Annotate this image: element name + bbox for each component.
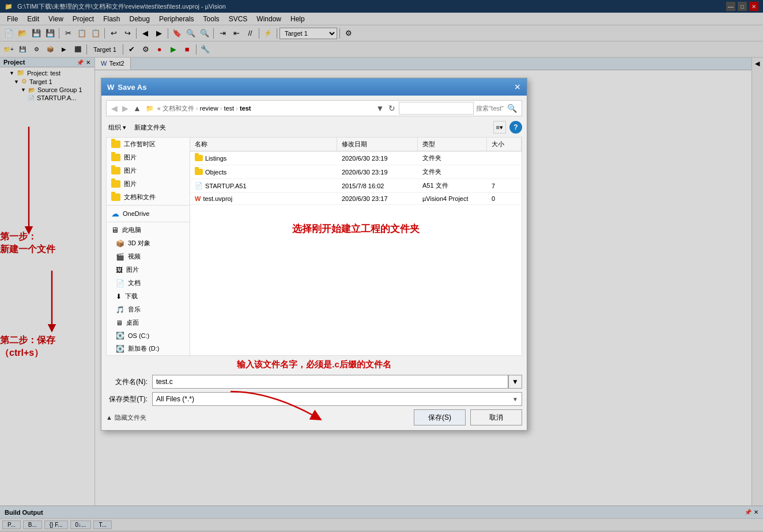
sidebar-item-drive-d[interactable]: 💽 新加卷 (D:) bbox=[107, 342, 190, 355]
cell-listings-size bbox=[487, 151, 522, 165]
col-date[interactable]: 修改日期 bbox=[337, 138, 418, 151]
sidebar-item-osc[interactable]: 💽 OS (C:) bbox=[107, 329, 190, 342]
action-btns: 保存(S) 取消 bbox=[414, 409, 522, 425]
folder-icon-pic1 bbox=[111, 154, 120, 161]
sidebar-label-15: 新加卷 (D:) bbox=[128, 344, 159, 353]
dialog-close-btn[interactable]: ✕ bbox=[514, 82, 521, 92]
sidebar-label-11: 下载 bbox=[125, 292, 138, 301]
search-placeholder-text: 搜索"test" bbox=[476, 104, 504, 113]
sidebar-item-music[interactable]: 🎵 音乐 bbox=[107, 303, 190, 316]
cell-startup-size: 7 bbox=[487, 179, 522, 192]
search-btn[interactable]: 🔍 bbox=[506, 104, 518, 113]
address-bar: ◀ ▶ ▲ 📁 « 文档和文件 › review › test › test ▼… bbox=[106, 100, 522, 116]
hide-folder-btn[interactable]: ▲ 隐藏文件夹 bbox=[106, 413, 146, 422]
cell-startup-date: 2015/7/8 16:02 bbox=[337, 179, 418, 192]
nav-up-btn[interactable]: ▲ bbox=[132, 104, 142, 113]
file-icon-uvproj: W bbox=[195, 195, 201, 202]
sidebar-item-drive-e[interactable]: 💽 新加卷 (E:) bbox=[107, 355, 190, 356]
sidebar-label-3: 图片 bbox=[124, 180, 137, 188]
cell-uvproj-type: µVision4 Project bbox=[418, 193, 487, 204]
sidebar-label-8: 视频 bbox=[128, 252, 141, 261]
sidebar-label-5: OneDrive bbox=[123, 210, 149, 217]
new-folder-label: 新建文件夹 bbox=[134, 123, 166, 132]
filetype-arrow-icon: ▼ bbox=[512, 396, 518, 402]
chevron-icon: ▲ bbox=[106, 414, 112, 421]
addr-part1: « 文档和文件 bbox=[157, 105, 194, 112]
sidebar-label-6: 此电脑 bbox=[122, 226, 141, 234]
cancel-dialog-btn[interactable]: 取消 bbox=[470, 409, 522, 425]
onedrive-icon: ☁ bbox=[111, 209, 119, 218]
sidebar-item-pic1[interactable]: 图片 bbox=[107, 151, 190, 164]
folder-icon-pic2 bbox=[111, 167, 120, 174]
sidebar-item-docs[interactable]: 文档和文件 bbox=[107, 191, 190, 204]
hide-folder-label: 隐藏文件夹 bbox=[115, 413, 146, 422]
center-annotation-text: 选择刚开始建立工程的文件夹 bbox=[292, 223, 420, 234]
cell-uvproj-date: 2020/6/30 23:17 bbox=[337, 193, 418, 204]
sidebar-item-pic3[interactable]: 图片 bbox=[107, 177, 190, 191]
folder-icon-docs bbox=[111, 193, 120, 201]
sidebar-item-downloads[interactable]: ⬇ 下载 bbox=[107, 290, 190, 303]
save-as-dialog: W Save As ✕ ◀ ▶ ▲ 📁 « 文档和文件 › review › t… bbox=[101, 78, 527, 431]
drive-d-icon: 💽 bbox=[116, 345, 124, 353]
center-annotation-container: 选择刚开始建立工程的文件夹 bbox=[190, 205, 522, 253]
sidebar-label-14: OS (C:) bbox=[128, 332, 149, 339]
sidebar-label-4: 文档和文件 bbox=[124, 193, 156, 202]
filetype-combo[interactable]: All Files (*.*) ▼ bbox=[152, 392, 522, 406]
sidebar-label-2: 图片 bbox=[124, 166, 137, 175]
sidebar-item-onedrive[interactable]: ☁ OneDrive bbox=[107, 207, 190, 221]
sidebar-item-video[interactable]: 🎬 视频 bbox=[107, 250, 190, 263]
nav-fwd-btn[interactable]: ▶ bbox=[121, 104, 130, 113]
address-path: « 文档和文件 › review › test › test bbox=[157, 104, 373, 113]
search-input[interactable] bbox=[399, 102, 474, 115]
sidebar-label-1: 图片 bbox=[124, 153, 137, 162]
sidebar-item-documents[interactable]: 📄 文档 bbox=[107, 276, 190, 290]
nav-back-btn[interactable]: ◀ bbox=[110, 104, 119, 113]
addr-dropdown-btn[interactable]: ▼ bbox=[375, 104, 386, 113]
col-type[interactable]: 类型 bbox=[418, 138, 487, 151]
file-row-listings[interactable]: Listings 2020/6/30 23:19 文件夹 bbox=[190, 151, 522, 165]
save-dialog-label: 保存(S) bbox=[428, 413, 451, 423]
filelist-header: 名称 修改日期 类型 大小 bbox=[190, 138, 522, 151]
sidebar-label-13: 桌面 bbox=[126, 318, 139, 327]
dialog-body: ◀ ▶ ▲ 📁 « 文档和文件 › review › test › test ▼… bbox=[101, 96, 527, 430]
addr-sep3: › bbox=[236, 105, 240, 112]
sidebar-divider2 bbox=[107, 222, 190, 222]
organize-btn[interactable]: 组织 ▾ bbox=[106, 122, 129, 133]
col-size[interactable]: 大小 bbox=[487, 138, 522, 151]
cell-objects-type: 文件夹 bbox=[418, 165, 487, 178]
view-btn[interactable]: ≡▾ bbox=[493, 121, 506, 134]
help-btn[interactable]: ? bbox=[509, 121, 522, 134]
3d-icon: 📦 bbox=[116, 240, 124, 248]
sidebar-item-workspace[interactable]: 工作暂时区 bbox=[107, 138, 190, 151]
fdlg-filelist: 名称 修改日期 类型 大小 Listings 2020/6/30 23:19 文… bbox=[190, 137, 522, 356]
filename-field: 文件名(N): ▼ bbox=[106, 375, 522, 389]
filetype-label: 保存类型(T): bbox=[106, 394, 152, 404]
filename-input[interactable] bbox=[152, 375, 508, 389]
col-name[interactable]: 名称 bbox=[190, 138, 337, 151]
addr-refresh-btn[interactable]: ↻ bbox=[387, 104, 396, 113]
file-row-uvproj[interactable]: W test.uvproj 2020/6/30 23:17 µVision4 P… bbox=[190, 193, 522, 205]
filename-dropdown-btn[interactable]: ▼ bbox=[508, 375, 522, 389]
save-dialog-btn[interactable]: 保存(S) bbox=[414, 409, 466, 425]
cell-objects-date: 2020/6/30 23:19 bbox=[337, 165, 418, 178]
file-row-startup[interactable]: 📄 STARTUP.A51 2015/7/8 16:02 A51 文件 7 bbox=[190, 179, 522, 193]
cell-objects-size bbox=[487, 165, 522, 178]
sidebar-item-pic2[interactable]: 图片 bbox=[107, 164, 190, 177]
addr-sep1: › bbox=[196, 105, 200, 112]
new-folder-btn[interactable]: 新建文件夹 bbox=[132, 122, 168, 133]
cancel-dialog-label: 取消 bbox=[489, 413, 503, 423]
row2-name: STARTUP.A51 bbox=[205, 183, 247, 189]
sidebar-item-desktop[interactable]: 🖥 桌面 bbox=[107, 316, 190, 329]
video-icon: 🎬 bbox=[116, 253, 124, 261]
sidebar-item-pc[interactable]: 🖥 此电脑 bbox=[107, 223, 190, 237]
cell-objects-name: Objects bbox=[190, 165, 337, 178]
filetype-value: All Files (*.*) bbox=[156, 395, 194, 403]
dialog-icon: W bbox=[107, 83, 114, 92]
file-row-objects[interactable]: Objects 2020/6/30 23:19 文件夹 bbox=[190, 165, 522, 179]
sidebar-item-3d[interactable]: 📦 3D 对象 bbox=[107, 237, 190, 250]
cell-startup-type: A51 文件 bbox=[418, 179, 487, 192]
fdlg-actions: ▲ 隐藏文件夹 保存(S) 取消 bbox=[106, 409, 522, 425]
folder-icon-objects bbox=[195, 169, 203, 175]
sidebar-item-pictures[interactable]: 🖼 图片 bbox=[107, 263, 190, 276]
pc-icon: 🖥 bbox=[111, 226, 119, 234]
